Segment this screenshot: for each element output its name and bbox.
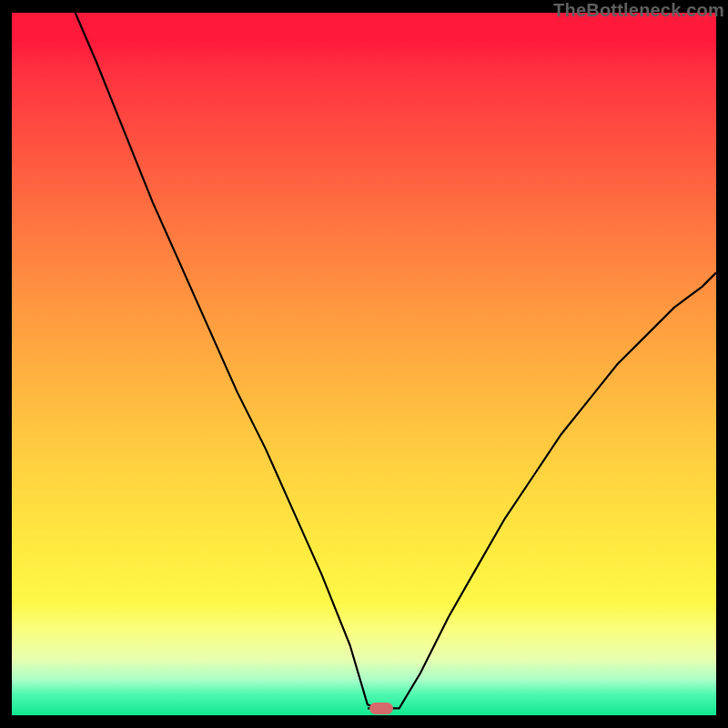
optimal-marker	[369, 703, 393, 714]
brand-watermark: TheBottleneck.com	[553, 0, 724, 21]
curve-path	[76, 13, 716, 708]
chart-plot-area	[12, 13, 716, 715]
bottleneck-curve	[12, 13, 716, 715]
